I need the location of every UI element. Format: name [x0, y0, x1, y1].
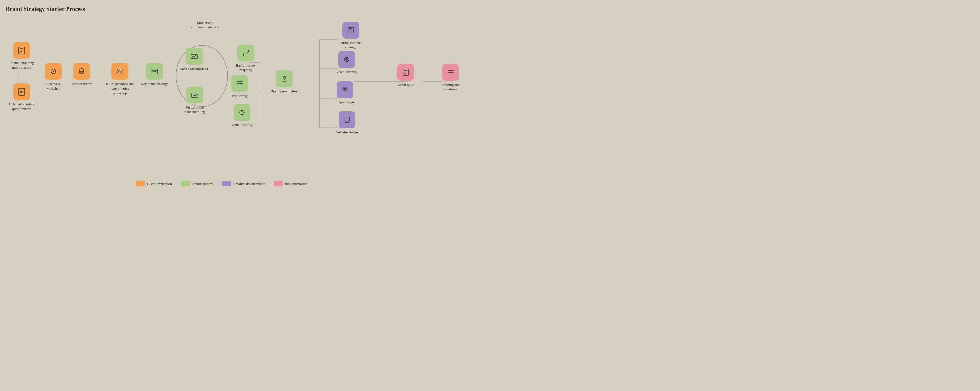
- node-seo-benchmarking[interactable]: SEO benchmarking: [180, 48, 208, 71]
- node-brand-presentation[interactable]: Brand presentation: [270, 70, 298, 93]
- svg-point-56: [345, 88, 347, 89]
- svg-rect-32: [81, 72, 83, 73]
- seo-label: SEO benchmarking: [180, 66, 208, 71]
- node-training-handover[interactable]: Training and handover: [436, 64, 465, 92]
- node-external-branding[interactable]: External branding questionnaire: [7, 83, 36, 111]
- discovery-icon: [45, 63, 62, 80]
- visual-identity-label: Visual identity: [336, 69, 357, 74]
- svg-point-54: [346, 59, 347, 60]
- canvas: Brand Strategy Starter Process: [0, 0, 490, 196]
- ellipse-label: Market andcompetitor analysis: [186, 20, 224, 30]
- verbal-label: Verbal identity: [231, 123, 252, 127]
- node-desk-research[interactable]: Desk research: [72, 63, 92, 86]
- svg-point-34: [120, 69, 123, 72]
- svg-rect-35: [151, 69, 158, 74]
- svg-rect-51: [350, 29, 352, 30]
- training-label: Training and handover: [436, 82, 465, 92]
- node-visual-brand[interactable]: Visual brand benchmarking: [180, 86, 209, 114]
- internal-branding-icon: [13, 42, 30, 59]
- legend: Client immersion Brand strategy Creative…: [136, 180, 307, 187]
- legend-brand-strategy: Brand strategy: [181, 180, 213, 187]
- legend-client-color: [136, 180, 145, 187]
- desk-research-label: Desk research: [72, 81, 92, 86]
- key-brand-icon: [146, 63, 163, 80]
- svg-point-31: [52, 71, 54, 72]
- svg-point-33: [117, 69, 120, 72]
- node-internal-branding[interactable]: Internal branding questionnaire: [7, 42, 36, 70]
- node-key-brand-findings[interactable]: Key brand findings: [141, 63, 168, 86]
- legend-client-immersion: Client immersion: [136, 180, 172, 187]
- legend-implementation: Implementation: [274, 180, 307, 187]
- svg-point-41: [243, 54, 244, 56]
- node-discovery-workshop[interactable]: Discovery workshop: [39, 63, 68, 91]
- brand-pres-icon: [276, 70, 293, 87]
- svg-point-47: [283, 76, 286, 79]
- desk-research-icon: [73, 63, 90, 80]
- svg-rect-22: [19, 47, 25, 54]
- logo-label: Logo design: [336, 100, 354, 104]
- seo-icon: [186, 48, 202, 65]
- website-label: Website design: [336, 130, 358, 134]
- node-icp-personas[interactable]: ICP's, personas and tone of voice worksh…: [105, 63, 134, 95]
- svg-line-40: [196, 94, 197, 96]
- brand-bible-icon: [397, 64, 414, 81]
- legend-brand-label: Brand strategy: [192, 182, 213, 185]
- verbal-icon: [234, 104, 250, 121]
- svg-rect-26: [19, 88, 25, 95]
- journey-icon: [237, 45, 254, 61]
- logo-icon: [337, 81, 353, 98]
- legend-creative-color: [222, 180, 231, 187]
- node-logo-design[interactable]: Logo design: [336, 81, 354, 104]
- legend-impl-color: [274, 180, 283, 187]
- legend-client-label: Client immersion: [147, 182, 172, 185]
- visual-identity-icon: [338, 51, 355, 68]
- journey-label: Basic journey mapping: [231, 63, 260, 72]
- brand-content-label: Brand content strategy: [336, 40, 365, 50]
- legend-brand-color: [181, 180, 190, 187]
- visual-brand-icon: [186, 86, 203, 104]
- icp-label: ICP's, personas and tone of voice worksh…: [105, 81, 134, 95]
- node-website-design[interactable]: Website design: [336, 112, 358, 134]
- positioning-icon: [231, 75, 248, 92]
- legend-creative-label: Creative development: [233, 182, 264, 185]
- svg-rect-49: [348, 27, 354, 32]
- node-visual-identity[interactable]: Visual identity: [336, 51, 357, 74]
- svg-point-55: [343, 88, 345, 89]
- icp-icon: [111, 63, 128, 80]
- legend-impl-label: Implementation: [285, 182, 307, 185]
- key-brand-label: Key brand findings: [141, 81, 168, 86]
- external-branding-label: External branding questionnaire: [7, 102, 36, 111]
- visual-brand-label: Visual brand benchmarking: [180, 105, 209, 114]
- node-brand-content-strategy[interactable]: Brand content strategy: [336, 22, 365, 50]
- positioning-label: Positioning: [232, 93, 248, 98]
- node-brand-bible[interactable]: Brand bible: [397, 64, 414, 87]
- svg-rect-63: [403, 69, 408, 76]
- legend-creative: Creative development: [222, 180, 264, 187]
- brand-content-icon: [342, 22, 359, 39]
- svg-point-42: [248, 50, 249, 52]
- node-positioning[interactable]: Positioning: [231, 75, 248, 98]
- website-icon: [339, 112, 355, 128]
- training-icon: [442, 64, 459, 81]
- svg-rect-61: [344, 117, 350, 121]
- internal-branding-label: Internal branding questionnaire: [7, 61, 36, 70]
- brand-pres-label: Brand presentation: [270, 89, 298, 93]
- page-title: Brand Strategy Starter Process: [6, 6, 85, 13]
- discovery-label: Discovery workshop: [39, 81, 68, 91]
- node-journey-mapping[interactable]: Basic journey mapping: [231, 45, 260, 72]
- node-verbal-identity[interactable]: Verbal identity: [231, 104, 252, 127]
- external-branding-icon: [13, 83, 30, 100]
- brand-bible-label: Brand bible: [397, 82, 414, 87]
